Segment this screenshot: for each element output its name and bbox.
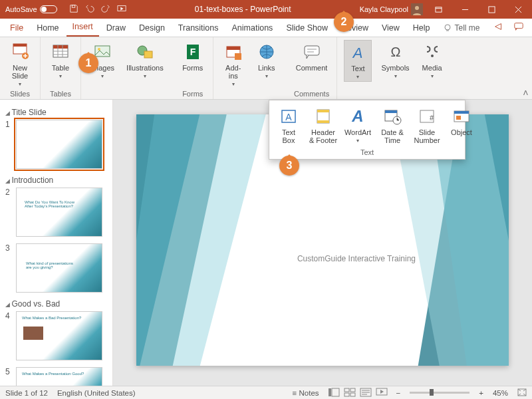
- collapse-ribbon-icon[interactable]: ᐱ: [523, 89, 528, 96]
- slide-thumbnail-pane[interactable]: Title Slide 1 Introduction 2 What Do You…: [0, 100, 113, 386]
- start-slideshow-icon[interactable]: [117, 4, 126, 15]
- ribbon-display-options[interactable]: [427, 0, 450, 19]
- tab-slideshow[interactable]: Slide Show: [280, 19, 334, 37]
- text-dropdown-button[interactable]: A Text ▾: [344, 40, 372, 82]
- addins-button[interactable]: Add- ins ▾: [220, 40, 247, 88]
- svg-rect-47: [329, 388, 331, 396]
- undo-icon[interactable]: [85, 4, 94, 15]
- slide-thumbnail-2[interactable]: What Do You Want To Know After Today's P…: [16, 188, 102, 237]
- slide-shape-left: [136, 114, 269, 366]
- wordart-label: WordArt: [344, 128, 371, 136]
- thumbnail-row: 5 What Makes a Presentation Good?: [5, 367, 107, 386]
- share-button[interactable]: [489, 19, 508, 37]
- comment-icon: [301, 41, 323, 63]
- tab-file[interactable]: File: [4, 19, 29, 37]
- redo-icon[interactable]: [101, 4, 110, 15]
- window-title: 01-text-boxes - PowerPoint: [126, 5, 360, 14]
- tab-help[interactable]: Help: [407, 19, 436, 37]
- tell-me-search[interactable]: Tell me: [438, 19, 485, 37]
- media-label: Media: [422, 64, 442, 72]
- new-slide-icon: [9, 41, 31, 63]
- svg-point-14: [98, 48, 100, 51]
- maximize-button[interactable]: [480, 0, 503, 19]
- svg-rect-40: [456, 116, 461, 120]
- links-button[interactable]: Links ▾: [253, 40, 280, 80]
- user-avatar-icon: [411, 3, 423, 15]
- fit-to-window-icon[interactable]: [517, 388, 527, 398]
- symbols-button[interactable]: Ω Symbols ▾: [378, 40, 412, 80]
- svg-rect-9: [13, 44, 27, 47]
- autosave-switch[interactable]: [40, 5, 57, 13]
- minimize-button[interactable]: [454, 0, 476, 19]
- tab-home[interactable]: Home: [31, 19, 65, 37]
- zoom-slider[interactable]: [410, 392, 469, 394]
- wordart-icon: A: [347, 106, 368, 127]
- object-icon: [451, 106, 472, 127]
- table-button[interactable]: Table ▾: [47, 40, 74, 80]
- slide-number: 5: [5, 367, 12, 386]
- comment-label: Comment: [296, 64, 328, 72]
- slideshow-view-icon[interactable]: [376, 388, 387, 398]
- comments-button[interactable]: [509, 19, 528, 37]
- tab-animations[interactable]: Animations: [226, 19, 279, 37]
- tab-view[interactable]: View: [376, 19, 406, 37]
- tab-design[interactable]: Design: [133, 19, 171, 37]
- svg-rect-23: [305, 46, 319, 55]
- forms-icon: F: [182, 41, 203, 63]
- tab-transitions[interactable]: Transitions: [172, 19, 225, 37]
- text-dropdown-panel: A Text Box Header & Footer A WordArt ▾ D…: [269, 100, 466, 160]
- svg-rect-30: [317, 110, 329, 112]
- notes-button[interactable]: ≡ Notes: [293, 389, 319, 397]
- new-slide-button[interactable]: New Slide ▾: [7, 40, 33, 88]
- slide-thumbnail-1[interactable]: [16, 120, 102, 169]
- illustrations-button[interactable]: Illustrations ▾: [124, 40, 166, 80]
- slide-thumbnail-3[interactable]: What kind of presentations are you givin…: [16, 243, 102, 293]
- zoom-in-button[interactable]: +: [479, 389, 483, 397]
- slide-sorter-icon[interactable]: [344, 388, 355, 398]
- slide-thumbnail-4[interactable]: What Makes a Bad Presentation?: [16, 311, 102, 360]
- header-footer-button[interactable]: Header & Footer: [309, 104, 337, 146]
- svg-text:A: A: [285, 112, 292, 122]
- close-button[interactable]: [507, 0, 529, 19]
- section-title-slide[interactable]: Title Slide: [5, 108, 107, 117]
- group-comments: Comment Comments: [287, 37, 338, 99]
- wordart-button[interactable]: A WordArt ▾: [344, 104, 372, 146]
- addins-icon: [223, 41, 244, 63]
- reading-view-icon[interactable]: [360, 388, 371, 398]
- zoom-out-button[interactable]: −: [396, 389, 401, 397]
- svg-rect-5: [488, 6, 494, 12]
- forms-button[interactable]: F Forms: [180, 40, 206, 73]
- slide-number: 2: [5, 188, 12, 237]
- save-icon[interactable]: [69, 4, 78, 15]
- callout-3: 3: [279, 156, 299, 176]
- svg-point-3: [415, 6, 419, 10]
- object-button[interactable]: Object: [448, 104, 475, 146]
- ribbon-tabs: File Home Insert Draw Design Transitions…: [0, 19, 532, 37]
- autosave-toggle[interactable]: AutoSave: [5, 5, 57, 13]
- group-label-tables: Tables: [50, 88, 71, 98]
- normal-view-icon[interactable]: [329, 388, 339, 398]
- group-text: A Text ▾ Ω Symbols ▾ Media ▾: [337, 37, 452, 99]
- user-account[interactable]: Kayla Claypool: [360, 3, 423, 15]
- media-button[interactable]: Media ▾: [419, 40, 446, 80]
- slide-number-button[interactable]: # Slide Number: [413, 104, 441, 146]
- tab-draw[interactable]: Draw: [100, 19, 132, 37]
- media-icon: [422, 41, 443, 63]
- date-time-button[interactable]: Date & Time: [378, 104, 406, 146]
- slide-thumbnail-5[interactable]: What Makes a Presentation Good?: [16, 367, 102, 386]
- tab-insert[interactable]: Insert: [66, 18, 99, 37]
- status-language[interactable]: English (United States): [57, 389, 136, 397]
- comment-button[interactable]: Comment: [293, 40, 331, 73]
- thumbnail-row: 1: [5, 120, 107, 169]
- zoom-level[interactable]: 45%: [493, 389, 508, 397]
- slide-number-icon: #: [416, 106, 438, 127]
- section-good-vs-bad[interactable]: Good vs. Bad: [5, 299, 107, 309]
- thumbnail-row: 3 What kind of presentations are you giv…: [5, 243, 107, 293]
- date-time-icon: [382, 106, 403, 127]
- svg-rect-50: [350, 388, 355, 392]
- status-slide-count[interactable]: Slide 1 of 12: [5, 389, 48, 397]
- section-introduction[interactable]: Introduction: [5, 176, 107, 185]
- svg-rect-20: [227, 47, 240, 50]
- header-footer-icon: [313, 106, 334, 127]
- text-box-button[interactable]: A Text Box: [275, 104, 303, 146]
